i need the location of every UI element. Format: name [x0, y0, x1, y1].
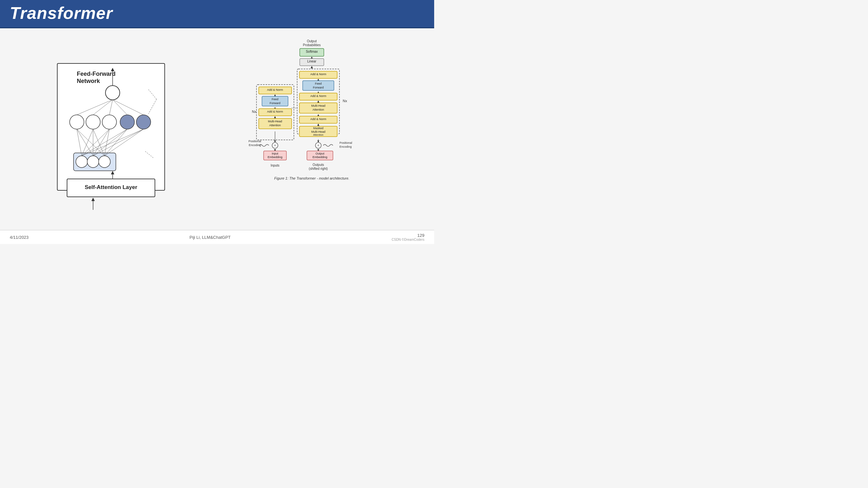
svg-text:+: + [274, 143, 276, 148]
svg-text:Network: Network [77, 78, 100, 84]
svg-text:Multi-Head: Multi-Head [311, 130, 326, 133]
svg-text:+: + [317, 143, 319, 148]
left-diagram: Feed-Forward Network [10, 35, 219, 235]
svg-point-6 [70, 115, 84, 129]
main-content: Feed-Forward Network [0, 28, 434, 241]
footer: 4/11/2023 Piji Li, LLM&ChatGPT 129 CSDN … [0, 230, 434, 244]
svg-point-9 [120, 115, 134, 129]
svg-text:Masked: Masked [313, 127, 323, 130]
svg-text:Nx: Nx [252, 110, 256, 113]
svg-text:Input: Input [272, 152, 279, 155]
svg-text:Inputs: Inputs [271, 164, 279, 167]
page-title: Transformer [10, 3, 425, 23]
ffn-svg: Feed-Forward Network [48, 57, 178, 213]
svg-text:Output: Output [307, 39, 317, 43]
svg-text:Nx: Nx [343, 99, 347, 103]
footer-watermark: CSDN ©DreamCoders [392, 238, 425, 241]
svg-text:Embedding: Embedding [268, 156, 282, 159]
svg-text:Add & Norm: Add & Norm [267, 110, 283, 113]
svg-text:Probabilities: Probabilities [303, 43, 320, 47]
svg-text:Feed: Feed [272, 98, 279, 101]
footer-date: 4/11/2023 [10, 235, 29, 240]
svg-text:Figure 1: The Transformer - mo: Figure 1: The Transformer - model archit… [274, 176, 349, 180]
svg-point-12 [76, 156, 88, 167]
footer-author: Piji Li, LLM&ChatGPT [189, 235, 230, 240]
svg-text:Forward: Forward [313, 86, 323, 89]
svg-point-7 [86, 115, 100, 129]
svg-text:Add & Norm: Add & Norm [310, 118, 326, 121]
svg-text:Positional: Positional [339, 141, 352, 144]
transformer-svg: Output Probabilities Softmax Linear Nx A… [247, 36, 396, 225]
svg-text:Output: Output [315, 152, 324, 155]
svg-text:Attention: Attention [269, 124, 281, 127]
svg-text:Add & Norm: Add & Norm [310, 94, 326, 98]
svg-point-10 [136, 115, 151, 129]
svg-text:Linear: Linear [307, 60, 316, 63]
svg-text:Self-Attention Layer: Self-Attention Layer [85, 184, 137, 190]
svg-text:Positional: Positional [248, 139, 261, 143]
svg-text:Encoding: Encoding [249, 143, 261, 147]
svg-text:Outputs: Outputs [312, 163, 324, 167]
svg-text:Embedding: Embedding [312, 156, 328, 159]
footer-page: 129 [392, 233, 425, 238]
svg-point-8 [102, 115, 117, 129]
svg-text:Attention: Attention [313, 133, 323, 136]
svg-text:Feed-Forward: Feed-Forward [77, 71, 116, 77]
svg-point-14 [99, 156, 110, 167]
svg-point-5 [105, 86, 120, 100]
svg-text:Feed: Feed [315, 82, 322, 85]
svg-text:(shifted right): (shifted right) [309, 167, 328, 170]
svg-text:Multi-Head: Multi-Head [311, 104, 326, 107]
header: Transformer [0, 0, 434, 28]
svg-text:Softmax: Softmax [306, 50, 318, 53]
svg-text:Multi-Head: Multi-Head [268, 120, 282, 123]
right-diagram: Output Probabilities Softmax Linear Nx A… [219, 35, 425, 235]
svg-point-13 [87, 156, 99, 167]
svg-text:Attention: Attention [312, 108, 324, 111]
svg-text:Add & Norm: Add & Norm [267, 88, 283, 91]
svg-text:Add & Norm: Add & Norm [310, 72, 326, 76]
svg-text:Forward: Forward [270, 101, 280, 105]
svg-text:Encoding: Encoding [339, 145, 352, 148]
